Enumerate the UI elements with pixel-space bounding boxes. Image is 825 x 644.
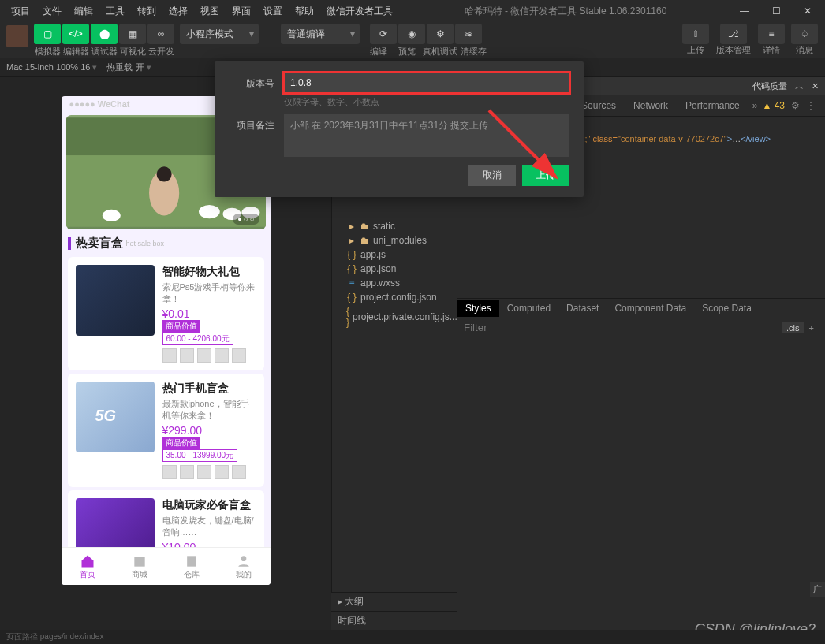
kebab-icon[interactable]: ⋮ bbox=[806, 100, 816, 111]
menu-help[interactable]: 帮助 bbox=[290, 3, 319, 20]
warehouse-icon bbox=[183, 553, 200, 569]
styles-filter-input[interactable] bbox=[464, 322, 782, 333]
clear-cache-button[interactable]: ≋ bbox=[455, 24, 482, 44]
svg-point-10 bbox=[241, 556, 247, 561]
add-style-icon[interactable]: + bbox=[804, 323, 819, 333]
menu-wxdevtools[interactable]: 微信开发者工具 bbox=[322, 3, 398, 20]
hotreload-select[interactable]: 热重载 开 bbox=[106, 61, 151, 73]
svg-point-4 bbox=[199, 205, 220, 218]
menu-goto[interactable]: 转到 bbox=[133, 3, 161, 20]
notes-label: 项目备注 bbox=[229, 114, 284, 132]
menu-project[interactable]: 项目 bbox=[6, 3, 35, 20]
product-title: 热门手机盲盒 bbox=[162, 382, 256, 396]
preview-label: 预览 bbox=[393, 46, 421, 58]
tab-network[interactable]: Network bbox=[625, 97, 676, 114]
more-tabs-icon[interactable]: » bbox=[749, 100, 761, 111]
window-controls: — ☐ ✕ bbox=[734, 3, 819, 19]
chevron-right-icon: ▸ bbox=[346, 221, 357, 232]
tree-file[interactable]: ≡app.wxss bbox=[332, 276, 457, 290]
menu-select[interactable]: 选择 bbox=[164, 3, 192, 20]
details-button[interactable]: ≡ bbox=[758, 24, 785, 44]
product-image bbox=[76, 265, 155, 336]
version-label: 版本号 bbox=[229, 73, 284, 91]
outline-item[interactable]: ▸ 大纲 bbox=[331, 592, 457, 611]
simulator-button[interactable]: ▢ bbox=[34, 24, 61, 44]
menu-tools[interactable]: 工具 bbox=[101, 3, 129, 20]
remote-debug-label: 真机调试 bbox=[421, 46, 459, 58]
cloud-button[interactable]: ∞ bbox=[147, 24, 174, 44]
preview-button[interactable]: ◉ bbox=[398, 24, 425, 44]
tab-mine[interactable]: 我的 bbox=[218, 548, 270, 585]
brace-icon: { } bbox=[346, 263, 357, 274]
cls-toggle[interactable]: .cls bbox=[782, 322, 804, 333]
collapse-icon[interactable]: ︿ bbox=[795, 80, 804, 92]
upload-button[interactable]: ⇧ bbox=[682, 24, 709, 44]
tree-file[interactable]: { }project.config.json bbox=[332, 290, 457, 304]
version-button[interactable]: ⎇ bbox=[720, 24, 747, 44]
code-quality-label[interactable]: 代码质量 bbox=[752, 80, 787, 92]
product-card[interactable]: 电脑玩家必备盲盒 电脑发烧友，键盘/电脑/音响…… ¥10.00 bbox=[68, 490, 264, 547]
list-icon: ≡ bbox=[768, 28, 774, 39]
hero-pagination: ● ○ ○ bbox=[233, 214, 259, 225]
avatar[interactable] bbox=[6, 25, 28, 47]
refresh-icon: ⟳ bbox=[379, 28, 387, 39]
product-card[interactable]: 5G 热门手机盲盒 最新款iphone，智能手机等你来拿！ ¥299.00 商品… bbox=[68, 374, 264, 487]
mode-select[interactable]: 小程序模式 bbox=[180, 24, 259, 44]
menu-view[interactable]: 视图 bbox=[196, 3, 224, 20]
chevron-right-icon: ▸ bbox=[346, 235, 357, 246]
version-label: 版本管理 bbox=[715, 44, 752, 56]
warning-count[interactable]: ▲ 43 bbox=[762, 100, 785, 111]
main-menu: 项目 文件 编辑 工具 转到 选择 视图 界面 设置 帮助 微信开发者工具 bbox=[6, 3, 398, 20]
debugger-button[interactable]: ⬤ bbox=[91, 24, 118, 44]
wxss-icon: ≡ bbox=[346, 277, 357, 288]
tab-performance[interactable]: Performance bbox=[678, 97, 748, 114]
timeline-item[interactable]: 时间线 bbox=[331, 611, 457, 630]
minimize-button[interactable]: — bbox=[734, 3, 756, 19]
tree-file[interactable]: { }app.json bbox=[332, 262, 457, 276]
folder-icon: 🖿 bbox=[360, 221, 370, 232]
cancel-button[interactable]: 取消 bbox=[468, 165, 516, 186]
tree-folder[interactable]: ▸🖿uni_modules bbox=[332, 233, 457, 248]
notes-textarea[interactable]: 小邹 在 2023年3月31日中午11点31分 提交上传 bbox=[284, 114, 569, 157]
tree-file[interactable]: { }app.js bbox=[332, 248, 457, 262]
branch-icon: ⎇ bbox=[728, 28, 739, 39]
gear-icon[interactable]: ⚙ bbox=[786, 100, 804, 111]
simulator-label: 模拟器 bbox=[33, 46, 62, 58]
product-subtitle: 索尼Ps5游戏手柄等你来拿！ bbox=[162, 281, 256, 305]
menu-file[interactable]: 文件 bbox=[38, 3, 66, 20]
menu-settings[interactable]: 设置 bbox=[259, 3, 287, 20]
tab-dataset[interactable]: Dataset bbox=[558, 300, 607, 317]
menu-ui[interactable]: 界面 bbox=[227, 3, 256, 20]
menu-edit[interactable]: 编辑 bbox=[69, 3, 98, 20]
messages-button[interactable]: ♤ bbox=[791, 24, 818, 44]
editor-button[interactable]: </> bbox=[62, 24, 89, 44]
tab-mall[interactable]: 商城 bbox=[114, 548, 166, 585]
submit-button[interactable]: 上传 bbox=[522, 165, 569, 186]
tab-component-data[interactable]: Component Data bbox=[607, 300, 694, 317]
phone-icon: ▢ bbox=[43, 28, 52, 39]
stack-icon: ≋ bbox=[465, 28, 472, 39]
ad-badge[interactable]: 广 bbox=[810, 582, 825, 597]
version-input[interactable] bbox=[284, 73, 569, 93]
tab-computed[interactable]: Computed bbox=[499, 300, 558, 317]
folder-icon: 🖿 bbox=[360, 235, 370, 246]
maximize-button[interactable]: ☐ bbox=[765, 3, 787, 19]
visual-button[interactable]: ▦ bbox=[119, 24, 146, 44]
tree-file[interactable]: { }project.private.config.js... bbox=[332, 304, 457, 329]
product-card[interactable]: 智能好物大礼包 索尼Ps5游戏手柄等你来拿！ ¥0.01 商品价值 60.00 … bbox=[68, 257, 264, 370]
product-price: ¥299.00 bbox=[162, 424, 256, 437]
remote-debug-button[interactable]: ⚙ bbox=[427, 24, 454, 44]
status-line: 页面路径 pages/index/index bbox=[0, 630, 825, 644]
compile-select[interactable]: 普通编译 bbox=[281, 24, 360, 44]
clear-cache-label: 清缓存 bbox=[459, 46, 487, 58]
tab-home[interactable]: 首页 bbox=[62, 548, 114, 585]
compile-button[interactable]: ⟳ bbox=[370, 24, 397, 44]
tab-warehouse[interactable]: 仓库 bbox=[166, 548, 218, 585]
close-icon[interactable]: ✕ bbox=[812, 81, 819, 91]
tree-folder[interactable]: ▸🖿static bbox=[332, 219, 457, 233]
device-select[interactable]: Mac 15-inch 100% 16 bbox=[6, 62, 97, 73]
value-range: 35.00 - 13999.00元 bbox=[162, 449, 238, 462]
tab-scope-data[interactable]: Scope Data bbox=[694, 300, 760, 317]
tab-styles[interactable]: Styles bbox=[457, 300, 499, 317]
close-button[interactable]: ✕ bbox=[797, 3, 819, 19]
